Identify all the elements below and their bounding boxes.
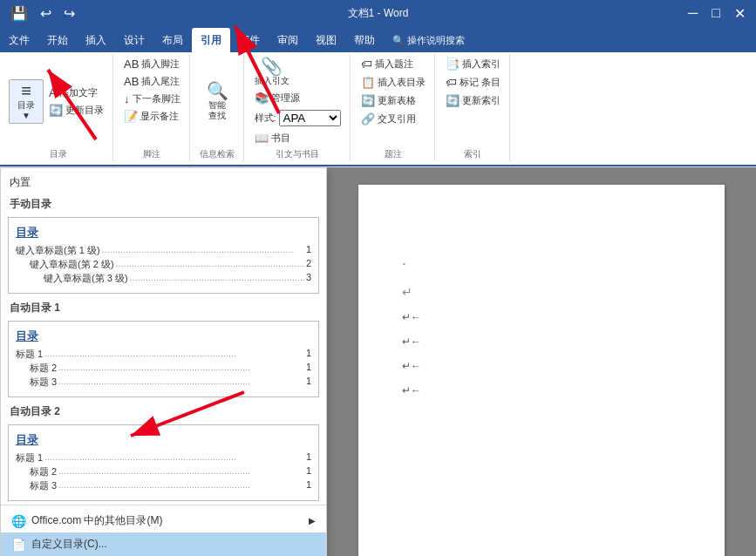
group-index-label: 索引 (442, 146, 504, 161)
style-dropdown[interactable]: APA MLA Chicago (279, 110, 341, 126)
group-toc-label: 目录 (9, 146, 107, 161)
custom-toc-icon: 📄 (11, 538, 26, 552)
title-bar: 💾 ↩ ↪ 文档1 - Word ─ □ ✕ (0, 0, 756, 26)
tab-insert[interactable]: 插入 (77, 28, 115, 52)
smart-research-icon: 🔍 (207, 82, 228, 99)
style-selector: 样式: APA MLA Chicago (251, 108, 344, 128)
doc-para-3: ↵← (402, 311, 681, 323)
app-window: 💾 ↩ ↪ 文档1 - Word ─ □ ✕ 文件 开始 插入 设计 布局 引用… (0, 0, 756, 556)
tab-review[interactable]: 审阅 (269, 28, 307, 52)
auto2-row-3: 标题 3 ...................................… (16, 479, 311, 492)
manual-row-1-text: 键入章标题(第 1 级) (16, 244, 100, 257)
group-caption: 🏷 插入题注 📋 插入表目录 🔄 更新表格 🔗 交叉引用 (352, 54, 435, 161)
group-citation: 📎 插入引文 📚 管理源 样式: APA MLA Chicago (246, 54, 351, 161)
tab-layout[interactable]: 布局 (153, 28, 192, 52)
manual-row-2: 键入章标题(第 2 级) ...........................… (16, 258, 311, 271)
tab-references[interactable]: 引用 (192, 28, 230, 52)
insert-index-button[interactable]: 📑 插入索引 (442, 56, 504, 72)
update-table-icon: 🔄 (361, 94, 375, 107)
cross-ref-label: 交叉引用 (378, 112, 416, 125)
insert-table-caption-button[interactable]: 📋 插入表目录 (358, 74, 429, 91)
insert-citation-button[interactable]: 📎 插入引文 (251, 56, 293, 88)
style-label: 样式: (255, 112, 276, 125)
quick-undo-icon[interactable]: ↩ (37, 5, 55, 22)
update-toc-icon: 🔄 (49, 104, 63, 117)
group-research: 🔍 智能查找 信息检索 (192, 54, 244, 161)
cross-ref-button[interactable]: 🔗 交叉引用 (358, 111, 419, 127)
insert-index-label: 插入索引 (462, 58, 501, 71)
insert-endnote-label: 插入尾注 (141, 75, 180, 88)
doc-para-2: ↵ (402, 285, 681, 299)
update-toc-label: 更新目录 (65, 104, 104, 117)
insert-endnote-button[interactable]: AB 插入尾注 (120, 73, 183, 90)
update-table-label: 更新表格 (378, 94, 416, 107)
manage-source-icon: 📚 (255, 92, 269, 105)
auto2-row-1: 标题 1 ...................................… (16, 451, 311, 464)
toc-button[interactable]: ≡ 目录▼ (9, 79, 44, 124)
doc-top-space (402, 220, 681, 254)
more-toc-label: Office.com 中的其他目录(M) (31, 513, 162, 528)
main-area: 内置 手动目录 目录 键入章标题(第 1 级) ................… (0, 167, 756, 556)
manual-row-3-page: 3 (306, 272, 311, 285)
auto2-toc-title: 目录 (16, 432, 311, 448)
tab-start[interactable]: 开始 (38, 28, 77, 52)
manual-toc-label: 手动目录 (1, 193, 326, 214)
auto1-row-2: 标题 2 ...................................… (16, 362, 311, 375)
manual-toc-title: 目录 (16, 225, 311, 241)
manual-row-3: 键入章标题(第 3 级) ...........................… (16, 272, 311, 285)
mark-entry-button[interactable]: 🏷 标记 条目 (442, 74, 504, 91)
group-toc: ≡ 目录▼ A 添加文字 🔄 更新目录 目录 (3, 54, 113, 161)
tab-help[interactable]: 帮助 (345, 28, 384, 52)
add-text-button[interactable]: A 添加文字 (45, 85, 107, 101)
auto2-toc-box[interactable]: 目录 标题 1 ................................… (8, 424, 319, 501)
tab-design[interactable]: 设计 (115, 28, 153, 52)
mark-entry-icon: 🏷 (446, 76, 457, 89)
window-controls: ─ □ ✕ (684, 5, 749, 22)
bibliography-label: 书目 (271, 132, 290, 145)
update-toc-button[interactable]: 🔄 更新目录 (45, 102, 107, 119)
quick-access-toolbar: 💾 ↩ ↪ (7, 5, 78, 22)
menu-divider-1 (1, 505, 326, 505)
update-index-button[interactable]: 🔄 更新索引 (442, 92, 504, 109)
close-icon[interactable]: ✕ (731, 5, 749, 22)
quick-save-icon[interactable]: 💾 (7, 5, 31, 22)
insert-caption-icon: 🏷 (361, 58, 372, 71)
toc-icon: ≡ (21, 82, 31, 99)
custom-toc-item[interactable]: 📄 自定义目录(C)... (1, 532, 326, 556)
show-notes-button[interactable]: 📝 显示备注 (120, 108, 182, 125)
maximize-icon[interactable]: □ (708, 5, 724, 21)
quick-redo-icon[interactable]: ↪ (60, 5, 78, 22)
group-caption-label: 题注 (358, 146, 429, 161)
ribbon-content: ≡ 目录▼ A 添加文字 🔄 更新目录 目录 (0, 52, 756, 166)
builtin-label: 内置 (1, 168, 326, 193)
bibliography-button[interactable]: 📖 书目 (251, 130, 294, 146)
group-index: 📑 插入索引 🏷 标记 条目 🔄 更新索引 索引 (437, 54, 510, 161)
manage-source-button[interactable]: 📚 管理源 (251, 90, 303, 106)
update-index-icon: 🔄 (446, 94, 460, 107)
manage-source-label: 管理源 (271, 92, 300, 105)
insert-caption-button[interactable]: 🏷 插入题注 (358, 56, 417, 72)
next-footnote-button[interactable]: ↓ 下一条脚注 (120, 91, 184, 107)
tab-search[interactable]: 🔍 操作说明搜索 (384, 28, 473, 52)
update-table-button[interactable]: 🔄 更新表格 (358, 92, 419, 109)
smart-research-button[interactable]: 🔍 智能查找 (200, 80, 235, 123)
next-footnote-label: 下一条脚注 (133, 92, 180, 105)
insert-footnote-button[interactable]: AB 插入脚注 (120, 56, 183, 72)
bibliography-icon: 📖 (255, 132, 269, 145)
auto1-toc-box[interactable]: 目录 标题 1 ................................… (8, 321, 319, 397)
document-area: · ↵ ↵← ↵← ↵← ↵← (327, 167, 756, 556)
minimize-icon[interactable]: ─ (684, 5, 701, 21)
manual-row-3-text: 键入章标题(第 3 级) (44, 272, 128, 285)
toc-label: 目录▼ (17, 100, 35, 121)
group-citation-label: 引文与书目 (251, 146, 344, 161)
tab-file[interactable]: 文件 (0, 28, 38, 52)
manual-toc-box[interactable]: 目录 键入章标题(第 1 级) ........................… (8, 217, 319, 294)
tab-mail[interactable]: 邮件 (230, 28, 269, 52)
doc-para-6: ↵← (402, 384, 681, 397)
next-footnote-icon: ↓ (124, 92, 130, 105)
insert-table-caption-icon: 📋 (361, 76, 375, 89)
toc-dropdown-panel: 内置 手动目录 目录 键入章标题(第 1 级) ................… (0, 167, 327, 556)
ribbon-tabs: 文件 开始 插入 设计 布局 引用 邮件 审阅 视图 帮助 🔍 操作说明搜索 (0, 26, 756, 52)
more-toc-item[interactable]: 🌐 Office.com 中的其他目录(M) ▶ (1, 509, 326, 532)
tab-view[interactable]: 视图 (307, 28, 345, 52)
